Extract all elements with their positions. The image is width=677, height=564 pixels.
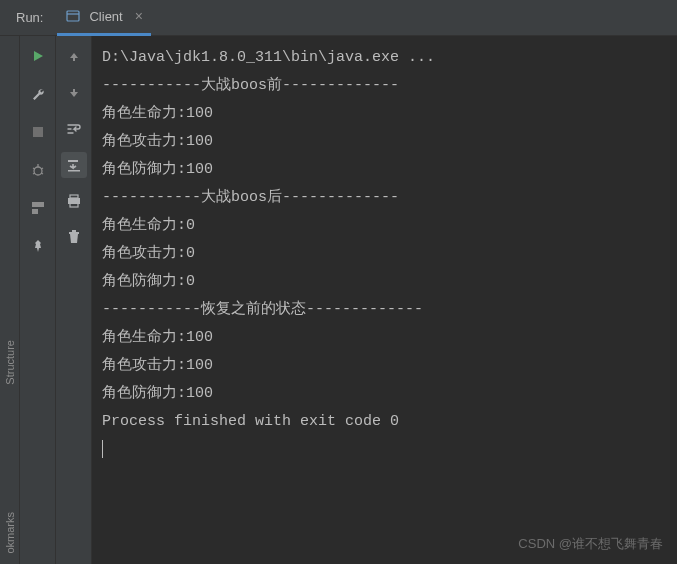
svg-rect-15 xyxy=(70,195,78,198)
console-line: 角色防御力:100 xyxy=(102,156,677,184)
rerun-button[interactable] xyxy=(26,44,50,68)
tab-label: Client xyxy=(89,9,122,24)
console-output[interactable]: D:\Java\jdk1.8.0_311\bin\java.exe ... --… xyxy=(92,36,677,564)
console-line: 角色防御力:100 xyxy=(102,380,677,408)
console-line: 角色生命力:100 xyxy=(102,100,677,128)
wrench-icon[interactable] xyxy=(26,82,50,106)
svg-rect-10 xyxy=(32,209,38,214)
print-icon[interactable] xyxy=(61,188,87,214)
down-arrow-icon[interactable] xyxy=(61,80,87,106)
svg-rect-14 xyxy=(68,170,80,172)
console-line: 角色攻击力:100 xyxy=(102,128,677,156)
close-tab-icon[interactable]: × xyxy=(135,8,143,24)
application-icon xyxy=(65,8,81,24)
svg-rect-0 xyxy=(67,11,79,21)
svg-line-8 xyxy=(41,173,43,174)
console-line: D:\Java\jdk1.8.0_311\bin\java.exe ... xyxy=(102,44,677,72)
console-line: 角色攻击力:100 xyxy=(102,352,677,380)
console-line: -----------大战boos后------------- xyxy=(102,184,677,212)
console-line: -----------大战boos前------------- xyxy=(102,72,677,100)
svg-point-3 xyxy=(34,167,42,175)
svg-rect-11 xyxy=(73,57,75,61)
trash-icon[interactable] xyxy=(61,224,87,250)
run-label: Run: xyxy=(16,10,43,25)
run-toolwindow-header: Run: Client × xyxy=(0,0,677,36)
svg-rect-13 xyxy=(68,160,78,162)
debug-icon[interactable] xyxy=(26,158,50,182)
left-gutter: Structure okmarks xyxy=(0,36,20,564)
console-controls xyxy=(56,36,92,564)
soft-wrap-icon[interactable] xyxy=(61,116,87,142)
svg-rect-19 xyxy=(72,230,76,232)
console-line: -----------恢复之前的状态------------- xyxy=(102,296,677,324)
svg-rect-18 xyxy=(69,232,79,234)
svg-line-5 xyxy=(33,168,35,169)
svg-rect-2 xyxy=(33,127,43,137)
run-toolbar-left xyxy=(20,36,56,564)
console-line: 角色攻击力:0 xyxy=(102,240,677,268)
console-line: 角色生命力:100 xyxy=(102,324,677,352)
main-area: Structure okmarks xyxy=(0,36,677,564)
pin-icon[interactable] xyxy=(26,234,50,258)
stop-button[interactable] xyxy=(26,120,50,144)
bookmarks-tab[interactable]: okmarks xyxy=(4,512,16,554)
layout-icon[interactable] xyxy=(26,196,50,220)
scroll-to-end-icon[interactable] xyxy=(61,152,87,178)
structure-tab[interactable]: Structure xyxy=(4,340,16,385)
svg-rect-12 xyxy=(73,89,75,93)
console-line: 角色生命力:0 xyxy=(102,212,677,240)
console-line: Process finished with exit code 0 xyxy=(102,408,677,436)
run-tab-client[interactable]: Client × xyxy=(57,0,150,36)
svg-line-7 xyxy=(33,173,35,174)
console-line: 角色防御力:0 xyxy=(102,268,677,296)
svg-rect-9 xyxy=(32,202,44,207)
up-arrow-icon[interactable] xyxy=(61,44,87,70)
console-cursor xyxy=(102,436,677,464)
watermark: CSDN @谁不想飞舞青春 xyxy=(518,530,663,558)
svg-line-6 xyxy=(41,168,43,169)
